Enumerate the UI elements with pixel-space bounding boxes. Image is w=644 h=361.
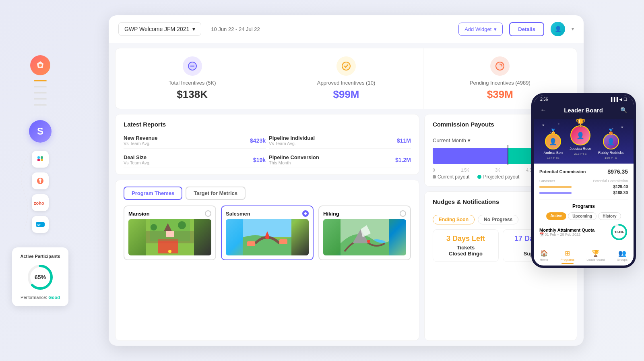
mini-table-row-2: $188.30 <box>539 191 628 195</box>
nudge-tab-ending-soon[interactable]: Ending Soon <box>433 215 475 224</box>
reports-title: Latest Reports <box>124 121 411 128</box>
theme-card-hiking[interactable]: Hiking <box>318 205 411 260</box>
search-icon[interactable]: 🔍 <box>620 107 627 113</box>
report-pipeline-conversion: Pipeline Conversion This Month $1.2M <box>269 152 411 168</box>
svg-point-38 <box>367 240 370 243</box>
phone-time: 2:56 <box>540 97 548 102</box>
svg-rect-1 <box>37 159 40 161</box>
total-incentives-value: $138K <box>177 88 208 101</box>
svg-point-28 <box>168 250 171 253</box>
theme-cards: Mansion <box>124 205 411 260</box>
zoho-icon[interactable]: zoho <box>32 194 49 211</box>
svg-text:SF: SF <box>37 223 41 227</box>
salesmen-map-image <box>226 219 309 255</box>
user-menu-arrow-icon: ▾ <box>572 26 574 32</box>
approved-incentives-value: $99M <box>333 88 359 101</box>
theme-card-salesmen[interactable]: Salesmen <box>221 205 314 260</box>
nudge-name-1: TicketsClosed Bingo <box>449 245 483 257</box>
theme-card-mansion[interactable]: Mansion <box>124 205 216 260</box>
phone-nav-home[interactable]: 🏠 Home <box>540 249 548 264</box>
lb-avatar-1: 👤 <box>570 125 590 145</box>
tab-program-themes[interactable]: Program Themes <box>124 187 182 200</box>
dropdown-arrow-icon: ▾ <box>192 26 195 32</box>
reports-grid: New Revenue Vs Team Avg. $423k Pipeline … <box>124 133 411 168</box>
lb-player-2nd: 👤 🏅 Andrea Ben 187 PTS <box>544 133 563 160</box>
mini-bar-2 <box>539 192 572 194</box>
add-widget-arrow-icon: ▾ <box>494 26 497 32</box>
nudge-item-bingo: 3 Days Left TicketsClosed Bingo <box>433 229 499 262</box>
mini-bar-1 <box>539 186 572 188</box>
participants-title: Active Participants <box>20 254 60 259</box>
signal-icon: ▐▐▐ ◀ ☐ <box>609 97 627 102</box>
app-wrapper: S <box>0 0 644 361</box>
app-logo <box>30 55 50 75</box>
themes-section: Program Themes Target for Metrics Mansio… <box>115 180 419 341</box>
reports-card: Latest Reports New Revenue Vs Team Avg. … <box>115 114 419 175</box>
metric-total-incentives: Total Incentives (5K) $138K <box>116 48 269 109</box>
pending-incentives-icon <box>490 56 510 76</box>
report-pipeline-individual: Pipeline Individual Vs Team Avg. $11M <box>269 133 411 149</box>
metric-approved-incentives: Approved Incentives (10) $99M <box>269 48 423 109</box>
legend-current-dot <box>433 175 436 178</box>
nav-line-1 <box>34 86 47 87</box>
svg-rect-4 <box>41 156 43 159</box>
phone-nav-programs[interactable]: ⊞ Programs <box>560 249 574 264</box>
home-icon: 🏠 <box>540 249 548 257</box>
user-avatar: 👤 <box>551 22 565 36</box>
nav-line-2 <box>34 92 47 93</box>
programs-tabs: Active Upcoming History <box>539 212 628 220</box>
report-new-revenue: New Revenue Vs Team Avg. $423k <box>124 133 266 149</box>
slack-icon[interactable] <box>32 151 49 168</box>
content-area: Latest Reports New Revenue Vs Team Avg. … <box>109 114 584 346</box>
program-selector[interactable]: GWP Welcome JFM 2021 ▾ <box>118 22 201 36</box>
metrics-row: Total Incentives (5K) $138K Approved Inc… <box>115 48 577 109</box>
mini-table-row-1: $129.40 <box>539 185 628 189</box>
nav-line-active <box>34 80 47 81</box>
svg-rect-31 <box>247 241 255 246</box>
phone-mockup: 2:56 ▐▐▐ ◀ ☐ ← Leader Board 🔍 ★ ★ ★ ★ ★ … <box>531 93 636 268</box>
participants-percent: 65% <box>35 274 46 280</box>
prog-tab-history[interactable]: History <box>598 212 621 220</box>
salesforce-icon[interactable]: SF <box>32 216 49 233</box>
legend-projected: Projected payout <box>477 174 519 180</box>
radio-mansion[interactable] <box>205 210 211 217</box>
participants-donut: 65% <box>26 263 55 292</box>
svg-point-25 <box>178 221 186 229</box>
nav-line-3 <box>34 98 47 100</box>
svg-text:zoho: zoho <box>34 201 44 205</box>
add-widget-button[interactable]: Add Widget ▾ <box>458 23 503 36</box>
details-button[interactable]: Details <box>509 22 544 36</box>
svg-point-0 <box>39 64 42 67</box>
phone-nav: 🏠 Home ⊞ Programs 🏆 Leaderboard 👥 Groups <box>534 246 634 266</box>
prog-tab-upcoming[interactable]: Upcoming <box>568 212 597 220</box>
legend-current: Current payout <box>433 174 469 180</box>
month-selector[interactable]: Current Month ▾ <box>433 137 471 143</box>
hiking-map-image <box>323 219 406 255</box>
performance-value: Good <box>48 295 60 300</box>
svg-rect-22 <box>158 239 178 253</box>
user-s-avatar: S <box>29 120 52 143</box>
svg-rect-32 <box>279 239 287 244</box>
programs-label: Programs <box>539 203 628 209</box>
programs-icon: ⊞ <box>565 249 570 257</box>
phone-nav-groups[interactable]: 👥 Groups <box>617 249 627 264</box>
back-arrow-icon[interactable]: ← <box>540 106 547 114</box>
leaderboard-section: ★ ★ ★ ★ ★ 👤 🏅 Andrea Ben 187 PTS 🏆 👤 <box>534 119 634 164</box>
tab-target-metrics[interactable]: Target for Metrics <box>186 187 246 200</box>
radio-salesmen[interactable] <box>302 210 309 217</box>
phone-screen-title: Leader Board <box>564 107 603 114</box>
prog-tab-active[interactable]: Active <box>546 212 566 220</box>
hubspot-icon[interactable] <box>32 172 49 189</box>
pending-incentives-label: Pending Incentives (4989) <box>470 80 530 86</box>
programs-section: Programs Active Upcoming History Monthly… <box>539 199 628 241</box>
approved-incentives-icon <box>336 56 356 76</box>
radio-hiking[interactable] <box>400 210 406 217</box>
performance-label: Performance: Good <box>20 295 60 300</box>
commission-title: Commission Payouts <box>433 121 494 128</box>
quota-donut: 134% <box>610 223 628 241</box>
program-name: GWP Welcome JFM 2021 <box>124 26 189 32</box>
nudge-tab-no-progress[interactable]: No Progress <box>478 215 518 224</box>
lb-player-1st: 🏆 👤 Jessica Rose 213 PTS <box>570 125 591 156</box>
phone-nav-leaderboard[interactable]: 🏆 Leaderboard <box>586 249 605 264</box>
quota-row: Monthly Attainment Quota 📅 01 Feb – 28 F… <box>539 223 628 241</box>
